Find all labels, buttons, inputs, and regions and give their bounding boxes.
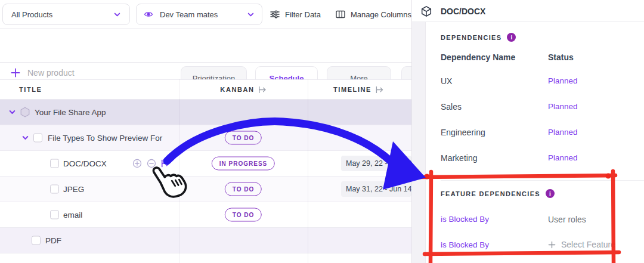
row-title[interactable]: Your File Share App bbox=[35, 108, 106, 117]
drawer-scroll-rail[interactable] bbox=[412, 22, 426, 263]
timeline-chip[interactable]: May 31, 22 - Jun 14 bbox=[341, 181, 411, 197]
sliders-icon bbox=[270, 9, 280, 20]
table-row-pdf[interactable]: PDF bbox=[0, 228, 411, 253]
plus-icon bbox=[548, 241, 556, 249]
chevron-down-icon[interactable] bbox=[21, 134, 29, 142]
chevron-down-icon bbox=[247, 11, 255, 18]
row-title[interactable]: email bbox=[63, 211, 82, 219]
kanban-status-badge[interactable]: TO DO bbox=[225, 208, 262, 222]
table-header-row: TITLE KANBAN TIMELINE bbox=[0, 79, 411, 100]
row-title[interactable]: PDF bbox=[45, 236, 61, 245]
table-row-doc-docx[interactable]: DOC/DOCX IN PROGRESS May 29, 22 - Jun 20 bbox=[0, 151, 411, 177]
filter-data-button[interactable]: Filter Data bbox=[270, 7, 321, 21]
dependency-status[interactable]: Planned bbox=[548, 153, 578, 162]
row-checkbox[interactable] bbox=[50, 159, 59, 168]
manage-columns-button[interactable]: Manage Columns bbox=[335, 7, 411, 21]
dependency-status[interactable]: Planned bbox=[548, 128, 578, 137]
dependency-status[interactable]: Planned bbox=[548, 76, 578, 85]
dependency-name: Engineering bbox=[441, 128, 485, 137]
info-icon[interactable]: i bbox=[507, 33, 516, 42]
drawer-header: DOC/DOCX bbox=[412, 0, 644, 22]
kanban-status-badge[interactable]: TO DO bbox=[225, 131, 262, 145]
column-divider bbox=[179, 79, 179, 263]
top-toolbar: All Products Dev Team mates bbox=[0, 0, 411, 29]
new-product-label: New product bbox=[27, 68, 75, 78]
app-root: All Products Dev Team mates bbox=[0, 0, 644, 263]
table-row-jpeg[interactable]: JPEG TO DO May 31, 22 - Jun 14 bbox=[0, 177, 411, 202]
product-filter-value: All Products bbox=[11, 10, 52, 19]
maps-to-icon bbox=[259, 86, 267, 93]
kanban-status-badge[interactable]: TO DO bbox=[225, 182, 262, 196]
dependency-name: Sales bbox=[441, 102, 462, 112]
dependency-name: UX bbox=[441, 76, 452, 86]
column-header-kanban[interactable]: KANBAN bbox=[220, 86, 266, 93]
eye-icon bbox=[144, 10, 153, 19]
subheader: New product Prioritization Schedule More bbox=[0, 29, 411, 63]
plus-icon bbox=[11, 68, 20, 78]
feature-dependencies-heading: FEATURE DEPENDENCIES bbox=[441, 190, 540, 197]
section-divider bbox=[441, 180, 644, 181]
columns-icon bbox=[335, 9, 346, 20]
open-details-icon[interactable] bbox=[161, 160, 170, 168]
row-checkbox[interactable] bbox=[32, 236, 41, 245]
view-filter-select[interactable]: Dev Team mates bbox=[136, 4, 262, 25]
row-checkbox[interactable] bbox=[50, 185, 59, 194]
blocked-by-relation[interactable]: is Blocked By bbox=[441, 215, 489, 224]
column-header-timeline[interactable]: TIMELINE bbox=[333, 86, 383, 93]
column-header-title[interactable]: TITLE bbox=[19, 86, 42, 93]
add-circle-icon[interactable] bbox=[132, 159, 142, 168]
select-feature-button[interactable]: Select Feature bbox=[548, 240, 615, 249]
blocked-by-relation[interactable]: is Blocked By bbox=[441, 240, 489, 249]
maps-to-icon bbox=[376, 86, 383, 93]
table-row-email[interactable]: email TO DO bbox=[0, 202, 411, 228]
feature-detail-drawer: DOC/DOCX DEPENDENCIES i Dependency Name … bbox=[411, 0, 644, 263]
info-icon[interactable]: i bbox=[546, 189, 555, 198]
chevron-down-icon[interactable] bbox=[8, 109, 16, 116]
dependencies-heading-row: DEPENDENCIES i bbox=[441, 33, 516, 42]
row-checkbox[interactable] bbox=[33, 134, 42, 143]
filter-data-label: Filter Data bbox=[285, 10, 321, 19]
kanban-status-badge[interactable]: IN PROGRESS bbox=[212, 157, 275, 171]
column-header-label: TIMELINE bbox=[333, 86, 371, 93]
table-row-group[interactable]: Your File Share App bbox=[0, 100, 411, 125]
manage-columns-label: Manage Columns bbox=[351, 10, 411, 19]
row-title[interactable]: JPEG bbox=[63, 185, 84, 194]
row-title[interactable]: File Types To Show Preview For bbox=[48, 134, 162, 143]
select-feature-label: Select Feature bbox=[561, 240, 615, 249]
feature-dependencies-heading-row: FEATURE DEPENDENCIES i bbox=[441, 189, 555, 198]
blocked-by-value[interactable]: User roles bbox=[548, 215, 586, 224]
timeline-chip[interactable]: May 29, 22 - Jun 20 bbox=[341, 156, 411, 171]
column-divider bbox=[308, 79, 308, 263]
dependency-name-header: Dependency Name bbox=[441, 52, 515, 62]
product-filter-select[interactable]: All Products bbox=[2, 4, 130, 25]
dependency-status[interactable]: Planned bbox=[548, 102, 578, 111]
new-product-button[interactable]: New product bbox=[11, 68, 75, 78]
roadmap-panel: All Products Dev Team mates bbox=[0, 0, 411, 263]
dependency-status-header: Status bbox=[548, 52, 574, 62]
drawer-title: DOC/DOCX bbox=[441, 7, 485, 16]
table-row-feature-group[interactable]: File Types To Show Preview For TO DO bbox=[0, 125, 411, 151]
row-checkbox[interactable] bbox=[50, 211, 59, 219]
hexagon-product-icon bbox=[19, 106, 31, 118]
remove-circle-icon[interactable] bbox=[147, 159, 156, 168]
column-header-label: KANBAN bbox=[220, 86, 254, 93]
cube-icon bbox=[420, 5, 432, 17]
dependency-name: Marketing bbox=[441, 153, 477, 163]
view-filter-value: Dev Team mates bbox=[160, 10, 218, 19]
chevron-down-icon bbox=[113, 11, 121, 18]
dependencies-heading: DEPENDENCIES bbox=[441, 34, 501, 41]
row-title[interactable]: DOC/DOCX bbox=[63, 159, 107, 168]
